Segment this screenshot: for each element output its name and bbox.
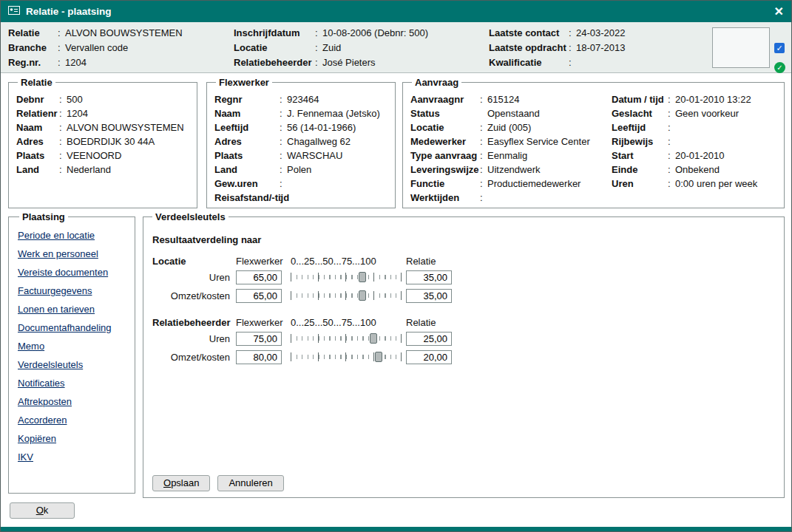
- plaatsing-fieldset: Plaatsing Periode en locatieWerk en pers…: [8, 211, 135, 494]
- flexwerker-value-input[interactable]: [236, 350, 282, 364]
- flexwerker-value-input[interactable]: [236, 289, 282, 303]
- field-label: Land: [214, 163, 280, 177]
- plaatsing-link[interactable]: Kopiëren: [18, 433, 126, 451]
- slider-thumb[interactable]: [359, 272, 366, 282]
- field-value: 1204: [67, 106, 88, 120]
- plaatsing-link[interactable]: Verdeelsleutels: [18, 359, 126, 378]
- info-row: Relatienr:1204: [16, 106, 189, 120]
- plaatsing-link[interactable]: Vereiste documenten: [18, 267, 126, 285]
- ok-button[interactable]: Ok: [10, 502, 75, 519]
- field-value: 20-01-2010 13:22: [675, 92, 751, 106]
- field-separator: :: [280, 92, 287, 106]
- field-label: Reg.nr.: [8, 55, 58, 70]
- field-value: 500: [67, 92, 83, 106]
- field-value: José Pieters: [322, 55, 376, 70]
- plaatsing-link[interactable]: Periode en locatie: [18, 230, 126, 248]
- field-separator: :: [480, 134, 487, 149]
- plaatsing-link[interactable]: Documentafhandeling: [18, 322, 126, 341]
- flexwerker-value-input[interactable]: [236, 332, 282, 346]
- field-value: 923464: [287, 92, 319, 106]
- info-row: Relatie:ALVON BOUWSYSTEMEN: [8, 26, 183, 41]
- field-separator: :: [668, 149, 675, 163]
- relatie-value-input[interactable]: [406, 350, 452, 364]
- field-label: Laatste contact: [489, 26, 569, 41]
- distribution-slider[interactable]: [291, 290, 402, 301]
- info-row: Reg.nr.:1204: [8, 55, 183, 70]
- info-row: Laatste contact:24-03-2022: [489, 26, 626, 41]
- locatie-section-header: Locatie Flexwerker 0...25...50...75...10…: [152, 253, 452, 268]
- field-separator: :: [668, 163, 675, 177]
- field-separator: :: [280, 177, 287, 191]
- slider-thumb[interactable]: [375, 352, 382, 362]
- field-label: Aanvraagnr: [410, 92, 480, 106]
- field-separator: :: [59, 120, 67, 134]
- blue-checkbox-icon[interactable]: ✓: [774, 43, 785, 53]
- distribution-slider[interactable]: [291, 351, 402, 363]
- scale-header: 0...25...50...75...100: [291, 317, 402, 328]
- flexwerker-value-input[interactable]: [236, 270, 282, 284]
- field-value: Onbekend: [675, 163, 720, 177]
- save-button[interactable]: Opslaan: [152, 475, 210, 491]
- aanvraag-fieldset: Aanvraag Aanvraagnr:615124StatusOpenstaa…: [402, 77, 785, 208]
- green-check-icon[interactable]: ✓: [774, 62, 785, 73]
- field-separator: :: [280, 149, 287, 163]
- distribution-slider[interactable]: [291, 271, 402, 283]
- field-label: Datum / tijd: [612, 92, 668, 106]
- close-icon[interactable]: ✕: [774, 6, 784, 18]
- slider-thumb[interactable]: [370, 333, 377, 344]
- info-row: Rijbewijs:: [612, 134, 757, 149]
- plaatsing-link[interactable]: Aftrekposten: [18, 396, 126, 415]
- info-row: Reisafstand/-tijd:: [214, 191, 387, 205]
- field-label: Relatie: [8, 26, 58, 41]
- aanvraag-legend: Aanvraag: [412, 77, 461, 88]
- header-col-contact: Laatste contact:24-03-2022Laatste opdrac…: [489, 26, 626, 70]
- field-separator: :: [480, 191, 487, 205]
- distribution-slider[interactable]: [291, 332, 402, 344]
- info-row: Adres:BOEDRDIJK 30 44A: [16, 134, 189, 149]
- field-label: Type aanvraag: [410, 149, 480, 163]
- plaatsing-legend: Plaatsing: [19, 211, 68, 222]
- plaatsing-link[interactable]: Factuurgegevens: [18, 285, 126, 304]
- relatie-legend: Relatie: [18, 77, 55, 88]
- field-separator: :: [59, 106, 67, 120]
- field-separator: :: [58, 41, 65, 55]
- field-label: Adres: [214, 134, 280, 149]
- scale-header: 0...25...50...75...100: [291, 256, 402, 267]
- plaatsing-link[interactable]: Werk en personeel: [18, 248, 126, 267]
- field-label: Status: [410, 106, 480, 120]
- cancel-button[interactable]: Annuleren: [217, 475, 283, 491]
- relatie-value-input[interactable]: [406, 289, 452, 303]
- field-value: Nederland: [67, 163, 111, 177]
- info-row: Debnr:500: [16, 92, 189, 106]
- info-row: Naam:J. Fennemaa (Jetsko): [214, 106, 387, 120]
- field-label: Start: [612, 149, 668, 163]
- info-row: Land:Nederland: [16, 163, 189, 177]
- field-label: Relatienr: [16, 106, 59, 120]
- plaatsing-link[interactable]: Memo: [18, 341, 126, 359]
- field-separator: :: [480, 92, 487, 106]
- verdeel-row-locatie-uren: Uren: [152, 270, 452, 284]
- field-label: Leeftijd: [214, 120, 280, 134]
- field-separator: :: [480, 149, 487, 163]
- section-title-relatiebeheerder: Relatiebeheerder: [152, 317, 236, 328]
- field-value: Vervallen code: [65, 41, 128, 55]
- field-value: Chagallweg 62: [287, 134, 351, 149]
- relatie-value-input[interactable]: [406, 270, 452, 284]
- field-label: Medewerker: [410, 134, 480, 149]
- plaatsing-link[interactable]: IKV: [18, 451, 126, 470]
- plaatsing-link[interactable]: Accorderen: [18, 415, 126, 433]
- verdeel-row-beheerder-omzet: Omzet/kosten: [152, 349, 452, 364]
- relatie-value-input[interactable]: [406, 332, 452, 346]
- resultaatverdeling-heading: Resultaatverdeling naar: [152, 234, 261, 245]
- field-separator: :: [668, 106, 675, 120]
- plaatsing-link[interactable]: Lonen en tarieven: [18, 304, 126, 322]
- info-row: Plaats:VEENOORD: [16, 149, 189, 163]
- flexwerker-legend: Flexwerker: [216, 77, 272, 88]
- slider-thumb[interactable]: [359, 290, 366, 301]
- flexwerker-rows: Regnr:923464Naam:J. Fennemaa (Jetsko)Lee…: [214, 89, 387, 205]
- row-label: Uren: [152, 333, 236, 344]
- info-row: Inschrijfdatum:10-08-2006 (Debnr: 500): [234, 26, 428, 41]
- info-row: Branche:Vervallen code: [8, 41, 183, 55]
- field-separator: :: [480, 163, 487, 177]
- plaatsing-link[interactable]: Notificaties: [18, 378, 126, 396]
